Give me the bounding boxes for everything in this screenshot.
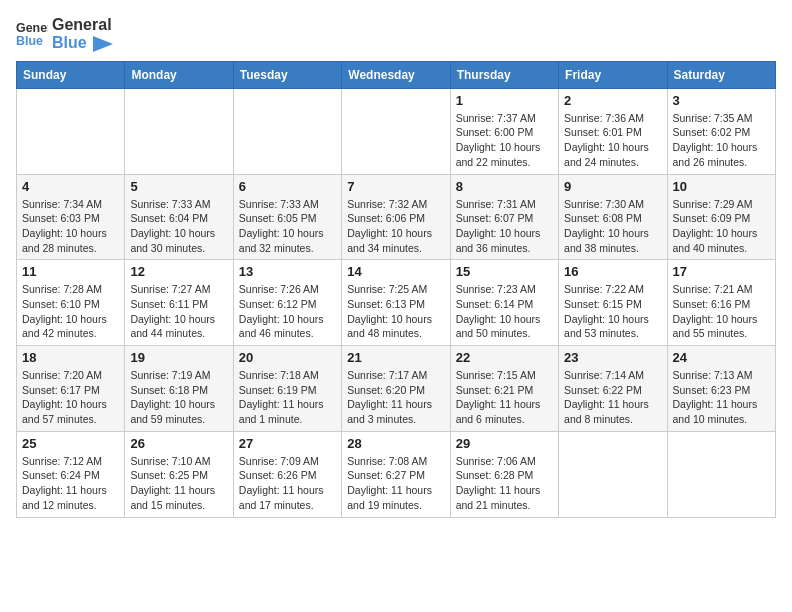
calendar-cell: 9Sunrise: 7:30 AM Sunset: 6:08 PM Daylig… (559, 174, 667, 260)
day-info: Sunrise: 7:19 AM Sunset: 6:18 PM Dayligh… (130, 368, 227, 427)
calendar-cell: 13Sunrise: 7:26 AM Sunset: 6:12 PM Dayli… (233, 260, 341, 346)
day-info: Sunrise: 7:22 AM Sunset: 6:15 PM Dayligh… (564, 282, 661, 341)
day-number: 6 (239, 179, 336, 194)
day-info: Sunrise: 7:28 AM Sunset: 6:10 PM Dayligh… (22, 282, 119, 341)
day-info: Sunrise: 7:36 AM Sunset: 6:01 PM Dayligh… (564, 111, 661, 170)
calendar-cell: 11Sunrise: 7:28 AM Sunset: 6:10 PM Dayli… (17, 260, 125, 346)
day-info: Sunrise: 7:37 AM Sunset: 6:00 PM Dayligh… (456, 111, 553, 170)
day-number: 23 (564, 350, 661, 365)
weekday-header-tuesday: Tuesday (233, 61, 341, 88)
day-info: Sunrise: 7:23 AM Sunset: 6:14 PM Dayligh… (456, 282, 553, 341)
calendar-cell: 10Sunrise: 7:29 AM Sunset: 6:09 PM Dayli… (667, 174, 775, 260)
calendar-cell: 24Sunrise: 7:13 AM Sunset: 6:23 PM Dayli… (667, 346, 775, 432)
calendar-cell (559, 431, 667, 517)
day-info: Sunrise: 7:18 AM Sunset: 6:19 PM Dayligh… (239, 368, 336, 427)
weekday-header-sunday: Sunday (17, 61, 125, 88)
day-number: 4 (22, 179, 119, 194)
calendar-cell: 1Sunrise: 7:37 AM Sunset: 6:00 PM Daylig… (450, 88, 558, 174)
weekday-header-monday: Monday (125, 61, 233, 88)
day-number: 18 (22, 350, 119, 365)
day-number: 9 (564, 179, 661, 194)
calendar-cell: 18Sunrise: 7:20 AM Sunset: 6:17 PM Dayli… (17, 346, 125, 432)
day-number: 10 (673, 179, 770, 194)
weekday-header-saturday: Saturday (667, 61, 775, 88)
page-header: General Blue General Blue (16, 16, 776, 53)
calendar-cell (233, 88, 341, 174)
day-info: Sunrise: 7:33 AM Sunset: 6:04 PM Dayligh… (130, 197, 227, 256)
calendar-week-3: 11Sunrise: 7:28 AM Sunset: 6:10 PM Dayli… (17, 260, 776, 346)
calendar-cell: 16Sunrise: 7:22 AM Sunset: 6:15 PM Dayli… (559, 260, 667, 346)
day-number: 8 (456, 179, 553, 194)
calendar-cell (342, 88, 450, 174)
calendar-week-5: 25Sunrise: 7:12 AM Sunset: 6:24 PM Dayli… (17, 431, 776, 517)
day-number: 14 (347, 264, 444, 279)
day-info: Sunrise: 7:30 AM Sunset: 6:08 PM Dayligh… (564, 197, 661, 256)
calendar-cell: 5Sunrise: 7:33 AM Sunset: 6:04 PM Daylig… (125, 174, 233, 260)
calendar-cell: 8Sunrise: 7:31 AM Sunset: 6:07 PM Daylig… (450, 174, 558, 260)
day-number: 20 (239, 350, 336, 365)
calendar-week-1: 1Sunrise: 7:37 AM Sunset: 6:00 PM Daylig… (17, 88, 776, 174)
day-number: 21 (347, 350, 444, 365)
day-number: 12 (130, 264, 227, 279)
calendar-cell: 6Sunrise: 7:33 AM Sunset: 6:05 PM Daylig… (233, 174, 341, 260)
calendar-cell: 4Sunrise: 7:34 AM Sunset: 6:03 PM Daylig… (17, 174, 125, 260)
day-number: 29 (456, 436, 553, 451)
calendar-cell: 12Sunrise: 7:27 AM Sunset: 6:11 PM Dayli… (125, 260, 233, 346)
calendar-cell (125, 88, 233, 174)
day-number: 26 (130, 436, 227, 451)
day-info: Sunrise: 7:29 AM Sunset: 6:09 PM Dayligh… (673, 197, 770, 256)
day-info: Sunrise: 7:10 AM Sunset: 6:25 PM Dayligh… (130, 454, 227, 513)
day-info: Sunrise: 7:25 AM Sunset: 6:13 PM Dayligh… (347, 282, 444, 341)
day-number: 1 (456, 93, 553, 108)
calendar-cell: 22Sunrise: 7:15 AM Sunset: 6:21 PM Dayli… (450, 346, 558, 432)
day-number: 25 (22, 436, 119, 451)
day-number: 24 (673, 350, 770, 365)
calendar-cell: 19Sunrise: 7:19 AM Sunset: 6:18 PM Dayli… (125, 346, 233, 432)
calendar-cell (17, 88, 125, 174)
day-number: 28 (347, 436, 444, 451)
day-info: Sunrise: 7:17 AM Sunset: 6:20 PM Dayligh… (347, 368, 444, 427)
logo-arrow-icon (93, 36, 113, 52)
calendar-week-4: 18Sunrise: 7:20 AM Sunset: 6:17 PM Dayli… (17, 346, 776, 432)
day-info: Sunrise: 7:14 AM Sunset: 6:22 PM Dayligh… (564, 368, 661, 427)
calendar-cell: 3Sunrise: 7:35 AM Sunset: 6:02 PM Daylig… (667, 88, 775, 174)
calendar-cell: 2Sunrise: 7:36 AM Sunset: 6:01 PM Daylig… (559, 88, 667, 174)
day-number: 13 (239, 264, 336, 279)
day-number: 11 (22, 264, 119, 279)
day-info: Sunrise: 7:26 AM Sunset: 6:12 PM Dayligh… (239, 282, 336, 341)
calendar-cell: 27Sunrise: 7:09 AM Sunset: 6:26 PM Dayli… (233, 431, 341, 517)
calendar-cell: 20Sunrise: 7:18 AM Sunset: 6:19 PM Dayli… (233, 346, 341, 432)
weekday-header-row: SundayMondayTuesdayWednesdayThursdayFrid… (17, 61, 776, 88)
day-info: Sunrise: 7:35 AM Sunset: 6:02 PM Dayligh… (673, 111, 770, 170)
day-info: Sunrise: 7:31 AM Sunset: 6:07 PM Dayligh… (456, 197, 553, 256)
day-info: Sunrise: 7:32 AM Sunset: 6:06 PM Dayligh… (347, 197, 444, 256)
logo: General Blue General Blue (16, 16, 113, 53)
day-number: 5 (130, 179, 227, 194)
svg-text:Blue: Blue (16, 34, 43, 48)
day-info: Sunrise: 7:21 AM Sunset: 6:16 PM Dayligh… (673, 282, 770, 341)
day-info: Sunrise: 7:33 AM Sunset: 6:05 PM Dayligh… (239, 197, 336, 256)
calendar-cell: 21Sunrise: 7:17 AM Sunset: 6:20 PM Dayli… (342, 346, 450, 432)
day-info: Sunrise: 7:12 AM Sunset: 6:24 PM Dayligh… (22, 454, 119, 513)
day-number: 27 (239, 436, 336, 451)
calendar-cell: 14Sunrise: 7:25 AM Sunset: 6:13 PM Dayli… (342, 260, 450, 346)
day-number: 19 (130, 350, 227, 365)
calendar-cell: 28Sunrise: 7:08 AM Sunset: 6:27 PM Dayli… (342, 431, 450, 517)
weekday-header-friday: Friday (559, 61, 667, 88)
calendar-table: SundayMondayTuesdayWednesdayThursdayFrid… (16, 61, 776, 518)
day-number: 22 (456, 350, 553, 365)
calendar-cell: 29Sunrise: 7:06 AM Sunset: 6:28 PM Dayli… (450, 431, 558, 517)
calendar-cell: 26Sunrise: 7:10 AM Sunset: 6:25 PM Dayli… (125, 431, 233, 517)
logo-icon: General Blue (16, 18, 48, 50)
weekday-header-thursday: Thursday (450, 61, 558, 88)
day-info: Sunrise: 7:20 AM Sunset: 6:17 PM Dayligh… (22, 368, 119, 427)
day-number: 15 (456, 264, 553, 279)
day-number: 17 (673, 264, 770, 279)
day-number: 2 (564, 93, 661, 108)
logo-general: General (52, 16, 113, 34)
svg-marker-3 (93, 36, 113, 52)
calendar-cell (667, 431, 775, 517)
logo-blue: Blue (52, 34, 113, 52)
calendar-cell: 25Sunrise: 7:12 AM Sunset: 6:24 PM Dayli… (17, 431, 125, 517)
calendar-cell: 15Sunrise: 7:23 AM Sunset: 6:14 PM Dayli… (450, 260, 558, 346)
